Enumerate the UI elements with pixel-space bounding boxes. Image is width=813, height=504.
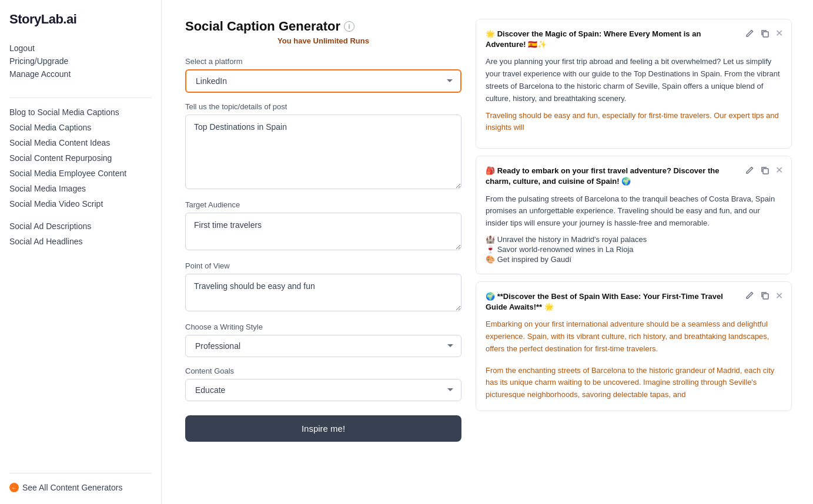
sidebar-item-social-repurposing[interactable]: Social Content Repurposing [9, 153, 152, 163]
copy-button-1[interactable] [759, 28, 771, 39]
manage-account-link[interactable]: Manage Account [9, 69, 152, 79]
see-all-generators-link[interactable]: ← See All Content Generators [9, 483, 152, 492]
list-item-3: 🎨 Get inspired by Gaudí [486, 254, 782, 264]
result-2-title: 🎒 Ready to embark on your first travel a… [486, 166, 782, 187]
pov-group: Point of View Traveling should be easy a… [185, 261, 461, 313]
card-1-actions: ✕ [744, 26, 784, 40]
info-icon[interactable]: i [344, 21, 354, 32]
result-1-body1: Are you planning your first trip abroad … [486, 56, 782, 105]
platform-group: Select a platform LinkedIn Instagram Twi… [185, 57, 461, 93]
result-1-body2: Traveling should be easy and fun, especi… [486, 110, 782, 135]
sidebar-item-employee-content[interactable]: Social Media Employee Content [9, 169, 152, 178]
list-item-1: 🏰 Unravel the history in Madrid's royal … [486, 234, 782, 244]
app-layout: StoryLab.ai Logout Pricing/Upgrade Manag… [0, 0, 813, 504]
sidebar-item-ad-descriptions[interactable]: Social Ad Descriptions [9, 221, 152, 231]
sidebar-footer: ← See All Content Generators [9, 473, 152, 492]
result-card-1: ✕ 🌟 Discover the Magic of Spain: Where E… [476, 19, 792, 149]
main-content: Social Caption Generator i You have Unli… [162, 0, 813, 504]
sidebar-item-social-ideas[interactable]: Social Media Content Ideas [9, 138, 152, 147]
card-2-actions: ✕ [744, 163, 784, 177]
delete-button-2[interactable]: ✕ [774, 163, 784, 177]
goals-label: Content Goals [185, 367, 461, 375]
result-3-body1: Embarking on your first international ad… [486, 318, 782, 355]
edit-button-3[interactable] [744, 290, 755, 301]
result-2-body1: From the pulsating streets of Barcelona … [486, 193, 782, 230]
arrow-icon: ← [9, 483, 19, 492]
page-title: Social Caption Generator i [185, 19, 461, 34]
platform-select[interactable]: LinkedIn Instagram Twitter Facebook TikT… [185, 69, 461, 93]
left-panel: Social Caption Generator i You have Unli… [185, 19, 461, 485]
see-all-label: See All Content Generators [22, 483, 122, 492]
edit-button-1[interactable] [744, 28, 755, 39]
result-1-title: 🌟 Discover the Magic of Spain: Where Eve… [486, 29, 782, 50]
logout-link[interactable]: Logout [9, 43, 152, 53]
pov-textarea[interactable]: Traveling should be easy and fun [185, 274, 461, 311]
inspire-button[interactable]: Inspire me! [185, 415, 461, 442]
svg-rect-2 [763, 294, 768, 299]
edit-button-2[interactable] [744, 164, 755, 176]
delete-button-1[interactable]: ✕ [774, 26, 784, 40]
pricing-link[interactable]: Pricing/Upgrade [9, 56, 152, 66]
list-item-2: 🍷 Savor world-renowned wines in La Rioja [486, 244, 782, 254]
sidebar-item-ad-headlines[interactable]: Social Ad Headlines [9, 237, 152, 246]
auth-links: Logout Pricing/Upgrade Manage Account [9, 43, 152, 79]
sidebar-item-video-script[interactable]: Social Media Video Script [9, 199, 152, 209]
platform-label: Select a platform [185, 57, 461, 66]
sidebar: StoryLab.ai Logout Pricing/Upgrade Manag… [0, 0, 162, 504]
style-label: Choose a Writing Style [185, 322, 461, 331]
sidebar-item-blog-to-social[interactable]: Blog to Social Media Captions [9, 107, 152, 117]
delete-button-3[interactable]: ✕ [774, 289, 784, 303]
goals-select[interactable]: Educate Entertain Inspire Promote Engage [185, 379, 461, 401]
topic-textarea[interactable]: Top Destinations in Spain [185, 115, 461, 189]
style-group: Choose a Writing Style Professional Casu… [185, 322, 461, 357]
copy-button-2[interactable] [759, 164, 771, 176]
sidebar-item-social-captions[interactable]: Social Media Captions [9, 123, 152, 132]
pov-label: Point of View [185, 261, 461, 270]
topic-label: Tell us the topic/details of post [185, 102, 461, 111]
result-2-list: 🏰 Unravel the history in Madrid's royal … [486, 234, 782, 264]
audience-textarea[interactable]: First time travelers [185, 213, 461, 250]
result-card-2: ✕ 🎒 Ready to embark on your first travel… [476, 156, 792, 274]
unlimited-badge: You have Unlimited Runs [185, 36, 461, 45]
goals-group: Content Goals Educate Entertain Inspire … [185, 367, 461, 401]
logo: StoryLab.ai [9, 12, 152, 27]
topic-group: Tell us the topic/details of post Top De… [185, 102, 461, 191]
result-card-3: ✕ 🌍 **Discover the Best of Spain With Ea… [476, 281, 792, 411]
sidebar-item-social-images[interactable]: Social Media Images [9, 184, 152, 193]
audience-group: Target Audience First time travelers [185, 200, 461, 252]
svg-rect-0 [763, 32, 768, 37]
copy-button-3[interactable] [759, 290, 771, 301]
card-3-actions: ✕ [744, 289, 784, 303]
results-panel: ✕ 🌟 Discover the Magic of Spain: Where E… [476, 19, 794, 485]
result-3-title: 🌍 **Discover the Best of Spain With Ease… [486, 291, 782, 313]
style-select[interactable]: Professional Casual Humorous Inspiration… [185, 335, 461, 357]
sidebar-nav: Blog to Social Media Captions Social Med… [9, 107, 152, 461]
svg-rect-1 [763, 169, 768, 174]
sidebar-divider [9, 98, 152, 98]
audience-label: Target Audience [185, 200, 461, 209]
result-3-body2: From the enchanting streets of Barcelona… [486, 365, 782, 401]
